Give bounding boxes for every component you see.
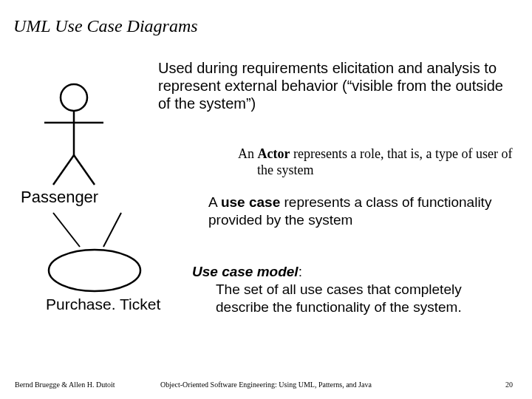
svg-line-4 [74,155,95,185]
footer-book-title: Object-Oriented Software Engineering: Us… [0,381,532,389]
actor-definition: An Actor represents a role, that is, a t… [238,146,523,178]
usecase-definition: A use case represents a class of functio… [208,194,504,229]
svg-line-6 [103,213,121,247]
use-case-model-block: Use case model: The set of all use cases… [192,263,510,316]
svg-point-0 [61,84,87,111]
svg-line-5 [53,213,80,247]
model-body: The set of all use cases that completely… [192,281,510,316]
usecase-def-bold: use case [221,194,280,210]
actor-def-rest: represents a role, that is, a type of us… [257,146,512,177]
model-head: Use case model [192,264,299,279]
slide-title: UML Use Case Diagrams [13,16,198,36]
actor-def-bold: Actor [258,146,290,161]
usecase-def-prefix: A [208,194,221,210]
actor-label: Passenger [21,188,98,207]
slide-number: 20 [505,381,513,389]
model-colon: : [299,264,302,279]
intro-paragraph: Used during requirements elicitation and… [158,59,505,112]
actor-def-prefix: An [238,146,258,161]
svg-line-3 [53,155,74,185]
svg-point-7 [49,250,140,291]
usecase-label: Purchase. Ticket [46,296,160,313]
